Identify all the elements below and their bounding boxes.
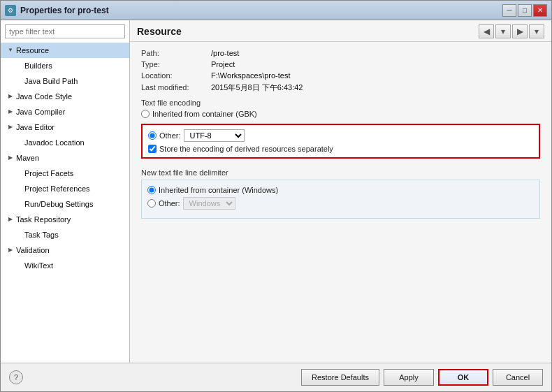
bottom-right-buttons: Restore Defaults Apply OK Cancel — [301, 369, 543, 386]
encoding-highlighted-box: Other: UTF-8 GBK UTF-16 ISO-8859-1 Store… — [141, 124, 540, 159]
close-button[interactable]: ✕ — [533, 4, 547, 17]
delimiter-section: New text file line delimiter Inherited f… — [141, 168, 540, 219]
location-label: Location: — [141, 71, 211, 80]
back-button[interactable]: ◀ — [479, 24, 494, 38]
store-encoding-row: Store the encoding of derived resources … — [148, 145, 533, 153]
forward-icon: ▶ — [517, 27, 523, 36]
maximize-button[interactable]: □ — [518, 4, 532, 17]
apply-button[interactable]: Apply — [384, 369, 434, 386]
sidebar-item-wikitext[interactable]: WikiText — [1, 258, 129, 273]
expand-arrow: ▶ — [6, 154, 15, 162]
path-value: /pro-test — [211, 49, 239, 57]
minimize-button[interactable]: ─ — [502, 4, 516, 17]
panel-title: Resource — [137, 26, 182, 37]
title-bar: ⚙ Properties for pro-test ─ □ ✕ — [1, 1, 551, 20]
sidebar-item-maven[interactable]: ▶ Maven — [1, 150, 129, 166]
expand-arrow: ▶ — [6, 215, 15, 224]
store-encoding-checkbox[interactable] — [148, 145, 157, 153]
last-modified-value: 2015年5月8日 下午6:43:42 — [211, 82, 303, 93]
other-encoding-radio[interactable] — [148, 131, 157, 140]
title-buttons: ─ □ ✕ — [502, 4, 547, 17]
type-value: Project — [211, 60, 235, 68]
delimiter-inherited-row: Inherited from container (Windows) — [147, 186, 534, 194]
no-arrow — [15, 261, 23, 270]
delimiter-inherited-label: Inherited from container (Windows) — [159, 186, 278, 194]
sidebar-item-java-editor[interactable]: ▶ Java Editor — [1, 119, 129, 135]
window-icon: ⚙ — [5, 5, 16, 16]
location-value: F:\Workspaces\pro-test — [211, 71, 291, 80]
main-header: Resource ◀ ▾ ▶ ▾ — [130, 20, 551, 42]
sidebar-item-java-compiler[interactable]: ▶ Java Compiler — [1, 104, 129, 119]
no-arrow — [15, 231, 23, 239]
inherited-encoding-label: Inherited from container (GBK) — [152, 110, 257, 118]
no-arrow — [15, 184, 23, 193]
main-panel: Resource ◀ ▾ ▶ ▾ — [130, 20, 551, 363]
no-arrow — [15, 138, 23, 147]
sidebar-item-run-debug-settings[interactable]: Run/Debug Settings — [1, 196, 129, 212]
content-area: ▼ Resource Builders Java Build Path ▶ Ja… — [1, 20, 551, 363]
type-label: Type: — [141, 60, 211, 68]
ok-button[interactable]: OK — [438, 369, 488, 386]
sidebar-item-project-references[interactable]: Project References — [1, 181, 129, 196]
expand-arrow: ▶ — [6, 108, 15, 116]
dropdown-icon: ▾ — [535, 27, 539, 36]
bottom-bar: ? Restore Defaults Apply OK Cancel — [1, 363, 551, 391]
encoding-select[interactable]: UTF-8 GBK UTF-16 ISO-8859-1 — [184, 129, 245, 142]
back-icon: ◀ — [484, 27, 490, 36]
last-modified-label: Last modified: — [141, 83, 211, 92]
no-arrow — [15, 200, 23, 208]
sidebar-item-javadoc-location[interactable]: Javadoc Location — [1, 135, 129, 150]
sidebar-item-builders[interactable]: Builders — [1, 58, 129, 73]
window-title: Properties for pro-test — [20, 6, 502, 15]
delimiter-other-row: Other: Windows Unix Mac — [147, 197, 534, 210]
inherited-encoding-radio[interactable] — [141, 110, 150, 118]
sidebar-item-project-facets[interactable]: Project Facets — [1, 166, 129, 181]
sidebar-item-task-repository[interactable]: ▶ Task Repository — [1, 212, 129, 227]
properties-window: ⚙ Properties for pro-test ─ □ ✕ ▼ Resour… — [0, 0, 552, 392]
filter-input[interactable] — [5, 24, 125, 38]
delimiter-other-radio[interactable] — [147, 199, 156, 208]
last-modified-row: Last modified: 2015年5月8日 下午6:43:42 — [141, 82, 540, 93]
encoding-section-title: Text file encoding — [141, 99, 540, 107]
no-arrow — [15, 61, 23, 70]
back-dropdown-button[interactable]: ▾ — [495, 24, 511, 38]
delimiter-section-title: New text file line delimiter — [141, 168, 540, 177]
path-label: Path: — [141, 49, 211, 57]
expand-arrow: ▶ — [6, 92, 15, 101]
location-row: Location: F:\Workspaces\pro-test — [141, 71, 540, 80]
main-body: Path: /pro-test Type: Project Location: … — [130, 42, 551, 363]
forward-button[interactable]: ▶ — [512, 24, 528, 38]
expand-arrow: ▼ — [6, 46, 15, 55]
tree: ▼ Resource Builders Java Build Path ▶ Ja… — [1, 43, 129, 363]
restore-defaults-button[interactable]: Restore Defaults — [301, 369, 379, 386]
expand-arrow: ▶ — [6, 246, 15, 254]
delimiter-other-label: Other: — [159, 199, 180, 208]
other-encoding-label: Other: — [159, 131, 181, 140]
type-row: Type: Project — [141, 60, 540, 68]
forward-dropdown-button[interactable]: ▾ — [529, 24, 544, 38]
sidebar-item-java-code-style[interactable]: ▶ Java Code Style — [1, 89, 129, 104]
delimiter-inherited-radio[interactable] — [147, 186, 156, 194]
nav-buttons: ◀ ▾ ▶ ▾ — [479, 24, 544, 38]
sidebar-item-java-build-path[interactable]: Java Build Path — [1, 73, 129, 89]
cancel-button[interactable]: Cancel — [493, 369, 543, 386]
no-arrow — [15, 77, 23, 85]
store-encoding-label: Store the encoding of derived resources … — [159, 145, 333, 153]
inherited-encoding-row: Inherited from container (GBK) — [141, 110, 540, 118]
path-row: Path: /pro-test — [141, 49, 540, 57]
other-encoding-row: Other: UTF-8 GBK UTF-16 ISO-8859-1 — [148, 129, 533, 142]
encoding-radio-group: Inherited from container (GBK) Other: UT… — [141, 110, 540, 161]
dropdown-icon: ▾ — [501, 27, 505, 36]
delimiter-inner: Inherited from container (Windows) Other… — [141, 180, 540, 219]
sidebar: ▼ Resource Builders Java Build Path ▶ Ja… — [1, 20, 130, 363]
delimiter-select[interactable]: Windows Unix Mac — [183, 197, 235, 210]
help-button[interactable]: ? — [9, 370, 23, 384]
sidebar-item-resource[interactable]: ▼ Resource — [1, 43, 129, 58]
sidebar-item-validation[interactable]: ▶ Validation — [1, 242, 129, 258]
sidebar-item-task-tags[interactable]: Task Tags — [1, 227, 129, 242]
expand-arrow: ▶ — [6, 123, 15, 131]
no-arrow — [15, 169, 23, 177]
